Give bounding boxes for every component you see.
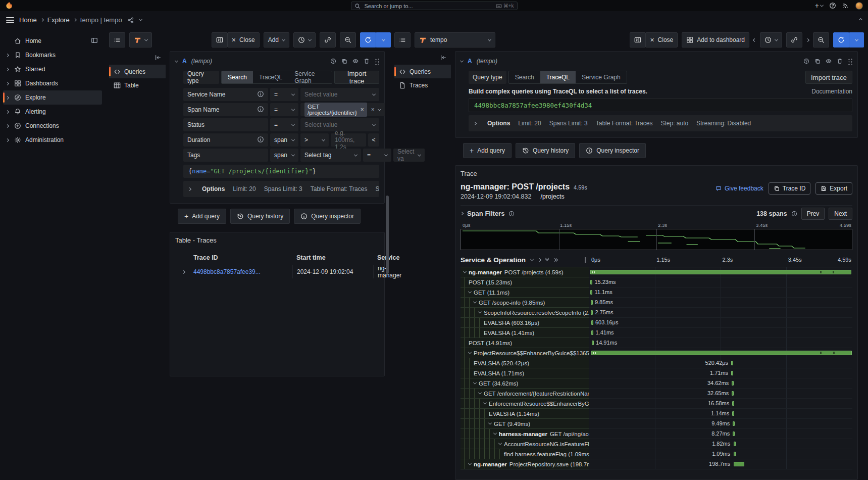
collapse-one-icon[interactable]	[530, 258, 534, 261]
disable-query-icon[interactable]	[826, 58, 832, 64]
span-bar[interactable]	[592, 341, 594, 345]
grafana-logo-icon[interactable]	[5, 2, 13, 10]
time-forward-icon[interactable]	[806, 38, 809, 41]
sidebar-item-dashboards[interactable]: Dashboards	[3, 76, 102, 90]
span-tree-cell[interactable]: GET (11.1ms)	[461, 287, 589, 298]
import-trace-button-right[interactable]: Import trace	[805, 71, 852, 84]
add-to-dashboard-button[interactable]: Add to dashboard	[682, 32, 749, 47]
span-tree-cell[interactable]: GET (34.62ms)	[461, 378, 589, 389]
documentation-link[interactable]: Documentation	[811, 88, 852, 95]
span-bar[interactable]	[732, 401, 734, 406]
prev-span-button[interactable]: Prev	[801, 208, 825, 220]
collapse-toolbar-icon[interactable]	[859, 18, 862, 22]
service-name-value-select[interactable]: Select value	[300, 88, 379, 101]
span-tree-cell[interactable]: ng-managerPOST /projects (4.59s)	[461, 267, 589, 277]
span-tree-cell[interactable]: EVALSHA (520.42μs)	[461, 358, 589, 368]
duration-operator-select[interactable]: span	[270, 133, 298, 147]
span-timeline-cell[interactable]: 1.71ms	[589, 368, 852, 378]
add-query-button[interactable]: +Add query	[463, 143, 512, 158]
span-bar[interactable]	[732, 411, 734, 416]
span-tree-cell[interactable]: EVALSHA (1.71ms)	[461, 368, 589, 378]
span-bar[interactable]	[734, 452, 736, 456]
span-bar[interactable]	[591, 300, 593, 305]
run-query-button-right[interactable]	[833, 32, 849, 47]
tab-search[interactable]: Search	[222, 71, 253, 83]
mega-menu-toggle[interactable]	[6, 17, 14, 23]
expand-span-filters-icon[interactable]	[460, 212, 464, 215]
tags-operator-select[interactable]: span	[270, 149, 298, 162]
collapse-all-icon[interactable]	[546, 259, 548, 261]
give-feedback-link[interactable]: Give feedback	[716, 185, 763, 192]
span-timeline-cell[interactable]: 34.62ms	[589, 378, 852, 389]
remove-chip-icon[interactable]: ×	[361, 107, 364, 113]
expand-all-icon[interactable]	[553, 259, 557, 261]
expand-one-icon[interactable]	[538, 258, 541, 262]
span-bar[interactable]	[591, 351, 852, 355]
span-bar[interactable]	[590, 280, 592, 284]
collapse-content-outline-icon[interactable]	[440, 54, 447, 63]
new-menu-button[interactable]: +	[815, 2, 823, 10]
tab-traceql[interactable]: TraceQL	[540, 71, 576, 83]
traceql-query-input[interactable]: 4498bbc8a7857afee3980ef430f4d34	[469, 98, 852, 112]
span-bar[interactable]	[590, 270, 852, 274]
query-help-icon[interactable]	[330, 58, 336, 64]
span-tree-cell[interactable]: GET /scope-info (9.85ms)	[461, 298, 589, 308]
query-history-button[interactable]: Query history	[516, 143, 575, 158]
collapse-span-icon[interactable]	[478, 310, 482, 314]
datasource-picker-right[interactable]: tempo	[415, 32, 495, 47]
import-trace-button-left[interactable]: Import trace	[334, 71, 379, 84]
news-icon[interactable]	[842, 2, 849, 9]
help-icon[interactable]	[829, 2, 836, 9]
info-icon[interactable]	[791, 211, 797, 217]
next-span-button[interactable]: Next	[829, 208, 852, 220]
duration-operator-select[interactable]: >	[300, 133, 329, 147]
span-bar[interactable]	[590, 290, 592, 295]
query-help-icon[interactable]	[803, 58, 809, 64]
span-timeline-cell[interactable]: 11.1ms	[589, 287, 852, 298]
span-tree-cell[interactable]: ProjectResource$$EnhancerByGuice$$136533…	[461, 348, 589, 358]
span-timeline-cell[interactable]: 520.42μs	[589, 358, 852, 368]
trace-id-button[interactable]: Trace ID	[769, 182, 811, 195]
duplicate-query-icon[interactable]	[341, 58, 347, 64]
span-tree-cell[interactable]: POST (15.23ms)	[461, 277, 589, 287]
span-timeline-cell[interactable]: 1.82ms	[589, 439, 852, 449]
span-timeline-cell[interactable]	[589, 267, 852, 277]
query-history-button[interactable]: Query history	[230, 209, 290, 224]
span-timeline-cell[interactable]: 1.09ms	[589, 449, 852, 459]
span-bar[interactable]	[591, 330, 593, 335]
info-icon[interactable]	[257, 106, 264, 114]
left-pane-scrollbar[interactable]	[386, 196, 389, 274]
span-timeline-cell[interactable]: 16.58ms	[589, 399, 852, 409]
tab-service-graph[interactable]: Service Graph	[288, 71, 332, 83]
span-tree-cell[interactable]: GET (9.49ms)	[461, 419, 589, 429]
close-split-button-right[interactable]: ×Close	[645, 32, 678, 47]
query-inspector-button[interactable]: Query inspector	[579, 143, 646, 158]
span-tree-cell[interactable]: find harness.featureFlag (1.09ms)	[461, 449, 589, 459]
span-timeline-cell[interactable]: 198.7ms	[589, 459, 852, 469]
global-search[interactable]: ⌘+k	[351, 2, 518, 10]
query-options-right[interactable]: Options Limit: 20Spans Limit: 3Table For…	[469, 115, 852, 131]
breadcrumb-explore[interactable]: Explore	[47, 16, 70, 24]
share-caret-icon[interactable]	[139, 18, 142, 21]
collapse-span-icon[interactable]	[468, 462, 472, 465]
sidebar-item-bookmarks[interactable]: Bookmarks	[3, 48, 102, 62]
column-header-trace-id[interactable]: Trace ID	[192, 254, 292, 261]
span-tree-cell[interactable]: EVALSHA (603.16μs)	[461, 318, 589, 328]
selected-value-chip[interactable]: GET /projects/{identifier}×	[304, 103, 367, 117]
info-icon[interactable]	[257, 136, 264, 145]
span-bar[interactable]	[731, 371, 733, 375]
query-inspector-button[interactable]: Query inspector	[294, 209, 361, 224]
status-operator-select[interactable]: =	[270, 118, 298, 131]
span-timeline-cell[interactable]: 14.91ms	[589, 338, 852, 348]
info-icon[interactable]	[257, 90, 264, 99]
span-bar[interactable]	[591, 320, 593, 325]
add-button[interactable]: Add	[264, 32, 289, 47]
search-input[interactable]	[364, 3, 493, 10]
sidebar-item-connections[interactable]: Connections	[3, 119, 102, 133]
add-query-button[interactable]: +Add query	[178, 209, 226, 224]
sidebar-item-starred[interactable]: Starred	[3, 62, 102, 76]
expand-row-icon[interactable]	[174, 271, 192, 273]
span-timeline-cell[interactable]: 1.14ms	[589, 409, 852, 419]
sidebar-item-alerting[interactable]: Alerting	[3, 105, 102, 119]
span-timeline-cell[interactable]: 32.65ms	[589, 389, 852, 399]
